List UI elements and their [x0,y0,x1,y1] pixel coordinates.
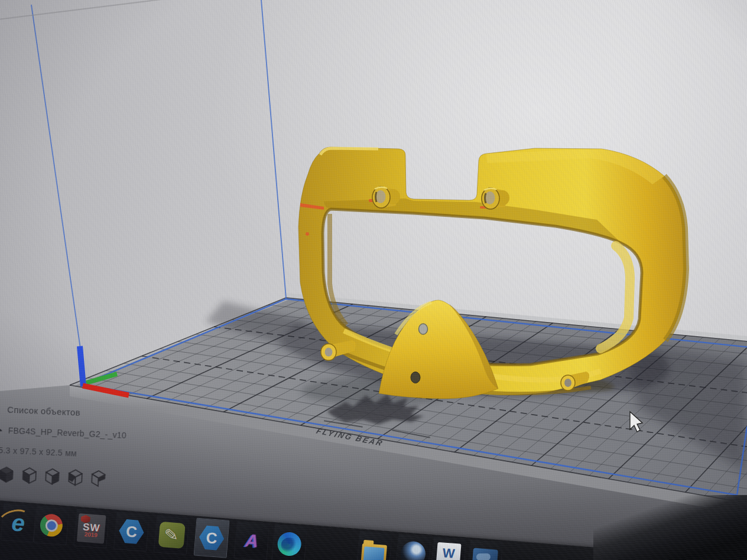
camera-lens-icon [400,541,426,560]
cura-c-glyph: C [125,522,138,541]
taskbar-internet-explorer-icon[interactable]: e [1,503,37,543]
view-left-button[interactable] [67,468,84,487]
boss-cylinder-right [482,188,509,209]
cube-right-icon [90,470,107,488]
taskbar-cura-active-icon[interactable]: C [194,518,230,558]
slicer-3d-viewport[interactable]: FLYING BEAR [0,0,747,560]
word-w-glyph: W [442,547,455,560]
view-front-button[interactable] [21,467,38,485]
taskbar-solidworks-icon[interactable]: SW 2019 [73,509,109,549]
cube-front-icon [21,467,38,485]
blue-app-badge-icon [472,548,498,560]
cube-top-icon [44,467,61,486]
pencil-app-badge: ✎ [158,521,185,548]
taskbar-edge-icon[interactable] [271,524,307,560]
word-document-icon: W [436,542,461,560]
cura-c-glyph: C [205,528,217,547]
taskbar-paint3d-icon[interactable]: A [233,521,269,560]
monitor-bezel-corner [593,495,747,560]
solidworks-year: 2019 [84,531,98,538]
paint3d-a-glyph: A [245,530,259,552]
cura-hexagon-icon: C [197,525,225,551]
chrome-logo-icon [39,513,63,538]
view-top-button[interactable] [44,467,61,486]
view-right-button[interactable] [90,470,107,488]
photographed-monitor: FLYING BEAR [0,0,747,560]
taskbar-pencil-app-icon[interactable]: ✎ [154,515,190,555]
taskbar-word-icon[interactable]: W [430,536,466,560]
cube-left-icon [67,468,84,487]
taskbar-blue-app-icon[interactable] [467,539,503,560]
cube-3d-icon [0,465,15,484]
boss-cylinder-left [372,187,400,208]
taskbar-cura-icon[interactable]: C [113,512,150,552]
taskbar-camera-app-icon[interactable] [395,533,431,560]
file-explorer-folder-icon [361,543,387,560]
cura-hexagon-icon: C [118,518,145,545]
pencil-glyph-icon: ✎ [164,525,179,545]
view-3d-button[interactable] [0,465,15,484]
edge-swirl-icon [277,531,302,556]
solidworks-logo-icon: SW 2019 [77,513,106,543]
taskbar-chrome-icon[interactable] [33,505,69,545]
taskbar-file-explorer-icon[interactable] [356,530,392,560]
z-axis [80,346,83,386]
ie-ring-icon [0,507,32,533]
